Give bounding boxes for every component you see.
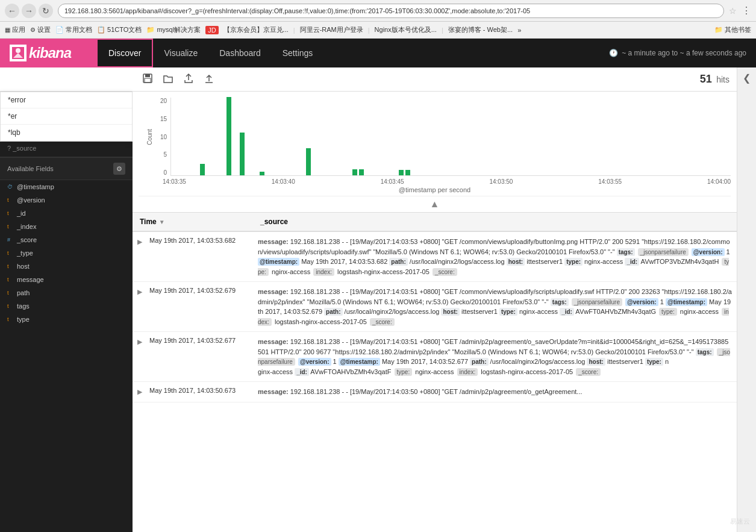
bookmark-common-docs[interactable]: 📄 常用文档 — [55, 25, 92, 34]
table-row: ▶ May 19th 2017, 14:03:53.682 message: 1… — [133, 232, 737, 282]
field-path[interactable]: t path — [0, 286, 133, 299]
row-expand-button-2[interactable]: ▶ — [133, 282, 145, 302]
row-expand-button-4[interactable]: ▶ — [133, 382, 145, 402]
row-source-1: message: 192.168.181.238 - - [19/May/201… — [253, 232, 737, 281]
content-toolbar: 51 hits — [133, 67, 737, 92]
chart-bar-20 — [306, 148, 311, 176]
suggestion-lqb[interactable]: *lqb — [1, 125, 132, 141]
y-label-5: 5 — [160, 151, 167, 158]
available-fields-label: Available Fields — [7, 165, 54, 172]
row-source-3: message: 192.168.181.238 - - [19/May/201… — [253, 332, 737, 381]
x-label-2: 14:03:45 — [381, 178, 404, 185]
row-time-3: May 19th 2017, 14:03:52.677 — [145, 332, 253, 349]
row-time-2: May 19th 2017, 14:03:52.679 — [145, 282, 253, 299]
url-bar[interactable]: 192.168.180.3:5601/app/kibana#/discover?… — [58, 4, 724, 18]
suggestion-er[interactable]: *er — [1, 108, 132, 125]
field-index[interactable]: t _index — [0, 220, 133, 233]
x-label-0: 14:03:35 — [163, 178, 186, 185]
field-name-timestamp: @timestamp — [17, 183, 54, 190]
settings-icon: ⚙ — [30, 27, 36, 33]
field-type-icon-path: t — [7, 290, 13, 296]
back-button[interactable]: ← — [5, 4, 19, 18]
save-button[interactable] — [140, 70, 155, 89]
bookmark-star-icon[interactable]: ☆ — [729, 6, 737, 16]
inspect-button[interactable] — [201, 70, 217, 89]
bookmark-others[interactable]: 📁 其他书签 — [714, 25, 751, 34]
chart-bar-8 — [226, 97, 231, 175]
chart-bar-27 — [352, 169, 357, 175]
kibana-nav: Discover Visualize Dashboard Settings — [96, 39, 323, 67]
table-row: ▶ May 19th 2017, 14:03:52.679 message: 1… — [133, 282, 737, 332]
nav-dashboard[interactable]: Dashboard — [208, 39, 272, 67]
row-expand-button-3[interactable]: ▶ — [133, 332, 145, 352]
y-label-15: 15 — [160, 116, 167, 122]
bookmark-mysql[interactable]: 📁 mysql解决方案 — [146, 25, 201, 34]
nav-visualize[interactable]: Visualize — [153, 39, 208, 67]
field-type-icon-tags: t — [7, 303, 13, 309]
chart-area: Count 20 15 10 5 0 14:03:35 14:03:40 1 — [133, 92, 737, 213]
field-name-tags: tags — [17, 302, 30, 310]
field-version[interactable]: t @version — [0, 193, 133, 207]
chart-bar-28 — [359, 169, 364, 175]
fields-gear-button[interactable]: ⚙ — [113, 163, 125, 175]
open-button[interactable] — [160, 70, 176, 89]
kibana-logo-text: kibana — [29, 45, 71, 61]
special-source-field[interactable]: ? _source — [0, 140, 133, 157]
y-axis-label: Count — [146, 129, 153, 145]
chart-bar-4 — [200, 164, 205, 176]
field-type-icon-timestamp: ⏱ — [7, 184, 13, 190]
nav-settings[interactable]: Settings — [272, 39, 324, 67]
x-label-3: 14:03:50 — [489, 178, 513, 185]
chart-bar-34 — [399, 170, 404, 175]
field-name-type: _type — [17, 249, 33, 257]
bookmark-jd[interactable]: JD — [205, 26, 218, 34]
bookmark-zhangyan[interactable]: 张宴的博客 - Web架... — [448, 25, 513, 34]
suggestions-dropdown: *error *er *lqb — [0, 92, 133, 142]
refresh-button[interactable]: ↻ — [39, 4, 53, 18]
collapse-panel-button[interactable]: ❮ — [743, 72, 751, 84]
search-area: *error *er *lqb — [0, 67, 133, 92]
chart-x-labels: 14:03:35 14:03:40 14:03:45 14:03:50 14:0… — [139, 176, 731, 186]
bookmark-51cto[interactable]: 📋 51CTO文档 — [97, 25, 142, 34]
forward-button[interactable]: → — [22, 4, 36, 18]
time-range-display: 🕐 ~ a minute ago to ~ a few seconds ago — [609, 49, 756, 57]
search-input[interactable] — [0, 67, 133, 92]
field-type-field[interactable]: t _type — [0, 246, 133, 260]
y-label-0: 0 — [160, 169, 167, 176]
y-axis: 20 15 10 5 0 — [160, 98, 170, 176]
bookmark-apps[interactable]: ▦ 应用 — [5, 25, 25, 34]
field-name-host: host — [17, 263, 30, 270]
chart-collapse-button[interactable]: ▲ — [139, 196, 731, 212]
row-expand-button-1[interactable]: ▶ — [133, 232, 145, 252]
field-host[interactable]: t host — [0, 260, 133, 273]
field-type-icon-score: # — [7, 237, 13, 243]
share-button[interactable] — [181, 70, 196, 89]
y-label-20: 20 — [160, 98, 167, 104]
bookmark-nginx[interactable]: Nginx版本号优化及... — [375, 25, 437, 34]
chart-inner — [170, 98, 731, 176]
chart-bar-13 — [260, 172, 264, 176]
field-id[interactable]: t _id — [0, 207, 133, 220]
bookmark-jd-label[interactable]: 【京东会员】京豆兑... — [223, 25, 289, 34]
x-label-1: 14:03:40 — [272, 178, 295, 185]
bookmark-more[interactable]: » — [517, 27, 521, 34]
bookmarks-bar: ▦ 应用 ⚙ 设置 📄 常用文档 📋 51CTO文档 📁 mysql解决方案 J… — [0, 22, 756, 39]
field-type-icon-message: t — [7, 277, 13, 283]
nav-discover[interactable]: Discover — [96, 39, 153, 67]
field-message[interactable]: t message — [0, 273, 133, 286]
bookmark-settings[interactable]: ⚙ 设置 — [30, 25, 51, 34]
field-type2[interactable]: t type — [0, 313, 133, 326]
bookmark-aliyun[interactable]: 阿里云-RAM用户登录 — [300, 25, 363, 34]
suggestion-error[interactable]: *error — [1, 92, 132, 108]
field-tags[interactable]: t tags — [0, 299, 133, 313]
source-field-label: _source — [13, 145, 36, 152]
field-timestamp[interactable]: ⏱ @timestamp — [0, 180, 133, 193]
results-area[interactable]: Time ▼ _source ▶ May 19th 2017, 14:03:53… — [133, 213, 737, 532]
field-score[interactable]: # _score — [0, 233, 133, 246]
kibana-header: kibana Discover Visualize Dashboard Sett… — [0, 39, 756, 67]
url-text: 192.168.180.3:5601/app/kibana#/discover?… — [64, 7, 530, 14]
svg-point-2 — [16, 48, 20, 53]
main-layout: *error *er *lqb ? _source Available Fiel… — [0, 67, 756, 532]
column-time-header[interactable]: Time ▼ — [140, 217, 260, 226]
extensions-icon[interactable]: ⋮ — [742, 5, 751, 16]
